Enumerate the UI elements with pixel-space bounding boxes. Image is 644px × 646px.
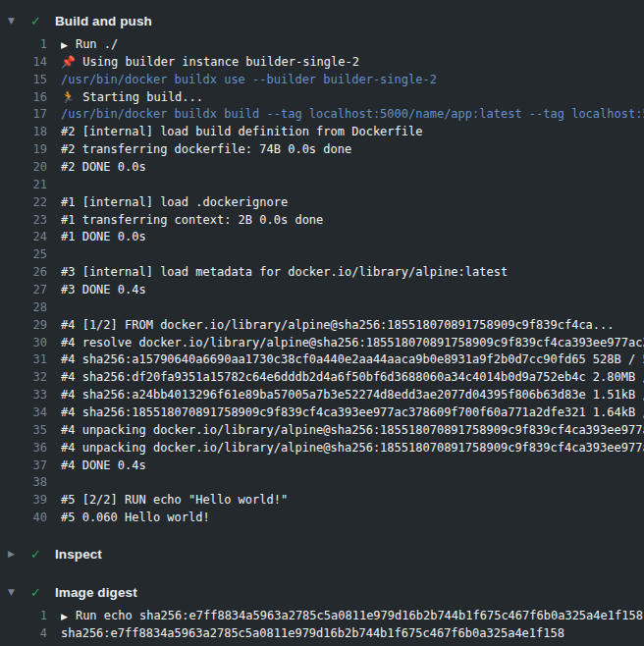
- line-number[interactable]: 25: [0, 246, 47, 264]
- log-text: 🏃 Starting build...: [61, 89, 644, 107]
- line-number[interactable]: 15: [0, 72, 47, 89]
- log-text: #3 [internal] load metadata for docker.i…: [61, 264, 644, 282]
- log-text: ▶Run ./: [61, 36, 644, 54]
- log-line: 38: [0, 474, 644, 492]
- log-line: 23#1 transferring context: 2B 0.0s done: [0, 212, 644, 230]
- chevron-down-icon[interactable]: ▼: [8, 16, 22, 26]
- log-line: 21: [0, 177, 644, 194]
- log-line: 16🏃 Starting build...: [0, 89, 644, 107]
- log-line: 31#4 sha256:a15790640a6690aa1730c38cf0a4…: [0, 351, 644, 369]
- log-line: 27#3 DONE 0.4s: [0, 282, 644, 299]
- chevron-right-icon[interactable]: ▶: [8, 549, 22, 559]
- log-text: #2 DONE 0.0s: [61, 159, 644, 177]
- line-number[interactable]: 31: [0, 351, 47, 369]
- line-number[interactable]: 23: [0, 212, 47, 230]
- log-line: 22#1 [internal] load .dockerignore: [0, 194, 644, 212]
- log-text: #4 DONE 0.4s: [61, 458, 644, 475]
- log-line: 30#4 resolve docker.io/library/alpine@sh…: [0, 335, 644, 352]
- log-text: #4 [1/2] FROM docker.io/library/alpine@s…: [61, 317, 644, 335]
- log-text: #1 transferring context: 2B 0.0s done: [61, 212, 644, 230]
- log-line: 39#5 [2/2] RUN echo "Hello world!": [0, 492, 644, 510]
- line-number[interactable]: 34: [0, 404, 47, 422]
- log-line: 32#4 sha256:df20fa9351a15782c64e6dddb2d4…: [0, 369, 644, 387]
- line-number[interactable]: 37: [0, 458, 47, 475]
- line-number[interactable]: 21: [0, 177, 47, 194]
- log-line: 34#4 sha256:185518070891758909c9f839cf4c…: [0, 404, 644, 422]
- log-line: 4sha256:e7ff8834a5963a2785c5a0811e979d16…: [0, 625, 644, 643]
- line-number[interactable]: 16: [0, 89, 47, 107]
- workflow-log-viewer: ▼ ✓ Build and push 1▶Run ./14📌 Using bui…: [0, 0, 644, 646]
- log-line: 37#4 DONE 0.4s: [0, 458, 644, 475]
- log-line: 20#2 DONE 0.0s: [0, 159, 644, 177]
- log-line: 33#4 sha256:a24bb4013296f61e89ba57005a7b…: [0, 387, 644, 404]
- log-line: 1▶Run ./: [0, 36, 644, 54]
- log-text: #4 unpacking docker.io/library/alpine@sh…: [61, 440, 644, 458]
- log-line: 24#1 DONE 0.0s: [0, 229, 644, 246]
- line-number[interactable]: 39: [0, 492, 47, 510]
- line-number[interactable]: 20: [0, 159, 47, 177]
- log-text: sha256:e7ff8834a5963a2785c5a0811e979d16b…: [61, 625, 644, 643]
- log-text: #4 resolve docker.io/library/alpine@sha2…: [61, 335, 644, 352]
- line-number[interactable]: 18: [0, 124, 47, 141]
- line-number[interactable]: 1: [0, 608, 47, 625]
- line-number[interactable]: 22: [0, 194, 47, 212]
- log-lines: 1▶Run echo sha256:e7ff8834a5963a2785c5a0…: [0, 604, 644, 643]
- section-title: Image digest: [55, 585, 137, 600]
- log-text: #5 0.060 Hello world!: [61, 510, 644, 527]
- section-header-image-digest[interactable]: ▼ ✓ Image digest: [0, 580, 644, 604]
- log-text: #4 sha256:185518070891758909c9f839cf4ca3…: [61, 404, 644, 422]
- line-number[interactable]: 17: [0, 106, 47, 124]
- log-line: 35#4 unpacking docker.io/library/alpine@…: [0, 422, 644, 440]
- line-number[interactable]: 28: [0, 299, 47, 317]
- log-text: [61, 246, 644, 264]
- line-number[interactable]: 14: [0, 54, 47, 72]
- line-number[interactable]: 35: [0, 422, 47, 440]
- line-number[interactable]: 27: [0, 282, 47, 299]
- chevron-down-icon[interactable]: ▼: [8, 587, 22, 597]
- log-line: 18#2 [internal] load build definition fr…: [0, 124, 644, 141]
- log-text: #4 unpacking docker.io/library/alpine@sh…: [61, 422, 644, 440]
- log-line: 14📌 Using builder instance builder-singl…: [0, 54, 644, 72]
- line-number[interactable]: 33: [0, 387, 47, 404]
- log-section-build-and-push: ▼ ✓ Build and push 1▶Run ./14📌 Using bui…: [0, 9, 644, 527]
- log-text: #4 sha256:a15790640a6690aa1730c38cf0a440…: [61, 351, 644, 369]
- expand-run-chevron-icon[interactable]: ▶: [61, 609, 68, 625]
- log-line: 15/usr/bin/docker buildx use --builder b…: [0, 72, 644, 89]
- success-check-icon: ✓: [30, 14, 47, 28]
- log-line: 28: [0, 299, 644, 317]
- line-number[interactable]: 1: [0, 36, 47, 54]
- line-number[interactable]: 29: [0, 317, 47, 335]
- section-header-inspect[interactable]: ▶ ✓ Inspect: [0, 542, 644, 565]
- line-number[interactable]: 36: [0, 440, 47, 458]
- line-number[interactable]: 26: [0, 264, 47, 282]
- log-text: #1 [internal] load .dockerignore: [61, 194, 644, 212]
- line-number[interactable]: 24: [0, 229, 47, 246]
- section-header-build-and-push[interactable]: ▼ ✓ Build and push: [0, 9, 644, 32]
- log-line: 36#4 unpacking docker.io/library/alpine@…: [0, 440, 644, 458]
- section-title: Inspect: [55, 547, 102, 562]
- log-command-text: /usr/bin/docker buildx build --tag local…: [61, 106, 644, 124]
- expand-run-chevron-icon[interactable]: ▶: [61, 37, 68, 54]
- log-text: #4 sha256:df20fa9351a15782c64e6dddb2d4a6…: [61, 369, 644, 387]
- log-text: #1 DONE 0.0s: [61, 229, 644, 246]
- log-line: 40#5 0.060 Hello world!: [0, 510, 644, 527]
- log-line: 1▶Run echo sha256:e7ff8834a5963a2785c5a0…: [0, 608, 644, 625]
- log-line: 29#4 [1/2] FROM docker.io/library/alpine…: [0, 317, 644, 335]
- success-check-icon: ✓: [30, 585, 47, 600]
- line-number[interactable]: 38: [0, 474, 47, 492]
- line-number[interactable]: 4: [0, 625, 47, 643]
- log-text: [61, 299, 644, 317]
- line-number[interactable]: 19: [0, 141, 47, 159]
- log-section-image-digest: ▼ ✓ Image digest 1▶Run echo sha256:e7ff8…: [0, 580, 644, 643]
- log-text: ▶Run echo sha256:e7ff8834a5963a2785c5a08…: [61, 608, 644, 625]
- line-number[interactable]: 30: [0, 335, 47, 352]
- log-lines: 1▶Run ./14📌 Using builder instance build…: [0, 32, 644, 527]
- log-line: 25: [0, 246, 644, 264]
- section-title: Build and push: [55, 14, 152, 28]
- line-number[interactable]: 40: [0, 510, 47, 527]
- log-line: 17/usr/bin/docker buildx build --tag loc…: [0, 106, 644, 124]
- line-number[interactable]: 32: [0, 369, 47, 387]
- log-command-text: /usr/bin/docker buildx use --builder bui…: [61, 72, 644, 89]
- log-line: 26#3 [internal] load metadata for docker…: [0, 264, 644, 282]
- success-check-icon: ✓: [30, 547, 47, 562]
